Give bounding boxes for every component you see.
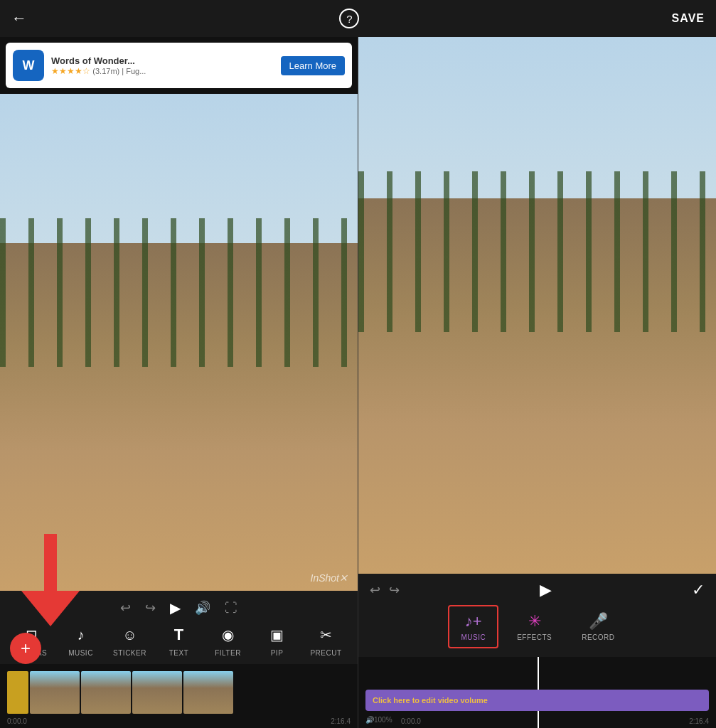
- text-icon: T: [168, 623, 191, 646]
- left-panel: W Words of Wonder... ★★★★☆ (3.17m) | Fug…: [0, 37, 358, 728]
- tools-row: ⊡ CANVAS ♪ MUSIC ☺ STICKER T TEXT: [0, 619, 358, 661]
- audio-tools-row: ♪+ MUSIC ✳ EFFECTS 🎤 RECORD: [358, 602, 716, 653]
- audio-tool-record[interactable]: 🎤 RECORD: [570, 606, 626, 647]
- undo-button[interactable]: ↩: [120, 600, 131, 616]
- timeline-right[interactable]: Click here to edit video volume 🔊100% 0:…: [358, 657, 716, 728]
- ad-icon: W: [13, 50, 44, 81]
- timeline-thumbnails: [7, 671, 233, 714]
- timeline-right-duration: 2:16.4: [689, 717, 709, 725]
- top-bar: ← ? SAVE: [0, 0, 716, 37]
- play-button-right[interactable]: ▶: [540, 581, 552, 599]
- fullscreen-button[interactable]: ⛶: [225, 601, 237, 616]
- watermark: InShot✕: [311, 572, 348, 584]
- audio-tool-music[interactable]: ♪+ MUSIC: [448, 605, 498, 648]
- redo-button[interactable]: ↪: [145, 600, 156, 616]
- effects-icon: ✳: [528, 612, 541, 631]
- text-label: TEXT: [169, 649, 189, 657]
- main-content: W Words of Wonder... ★★★★☆ (3.17m) | Fug…: [0, 37, 716, 728]
- thumb-yellow: [7, 671, 28, 714]
- ad-banner[interactable]: W Words of Wonder... ★★★★☆ (3.17m) | Fug…: [6, 43, 352, 88]
- thumb-4: [183, 671, 233, 714]
- playback-row-left: ↩ ↪ ▶ 🔊 ⛶: [0, 596, 358, 619]
- trees-right: [358, 171, 716, 333]
- left-video-preview: InShot✕: [0, 94, 358, 591]
- filter-icon: ◉: [217, 623, 240, 646]
- thumb-2: [81, 671, 131, 714]
- precut-label: PRECUT: [310, 649, 341, 657]
- precut-icon: ✂: [315, 623, 338, 646]
- thumb-1: [30, 671, 80, 714]
- pip-label: PIP: [271, 649, 284, 657]
- undo-button-right[interactable]: ↩: [370, 582, 380, 598]
- music-label: MUSIC: [68, 649, 93, 657]
- music-add-label: MUSIC: [461, 633, 486, 641]
- music-add-icon: ♪+: [465, 612, 482, 631]
- tool-sticker[interactable]: ☺ STICKER: [109, 623, 151, 657]
- right-video-preview: [358, 37, 716, 574]
- bottom-controls-left: ↩ ↪ ▶ 🔊 ⛶ ⊡ CANVAS ♪ MUSIC: [0, 591, 358, 664]
- play-button-left[interactable]: ▶: [170, 599, 181, 616]
- record-icon: 🎤: [589, 612, 608, 631]
- volume-icon[interactable]: 🔊: [195, 600, 210, 616]
- timeline-right-start: 0:00.0: [401, 717, 421, 725]
- tool-text[interactable]: T TEXT: [158, 623, 201, 657]
- tool-pip[interactable]: ▣ PIP: [256, 623, 299, 657]
- audio-tool-effects[interactable]: ✳ EFFECTS: [506, 606, 563, 647]
- back-button[interactable]: ←: [11, 9, 27, 28]
- click-to-edit-bar[interactable]: Click here to edit video volume: [365, 690, 709, 711]
- thumb-3: [132, 671, 182, 714]
- learn-more-button[interactable]: Learn More: [281, 56, 345, 75]
- effects-label: EFFECTS: [517, 633, 552, 641]
- ad-title: Words of Wonder...: [51, 55, 274, 66]
- pip-icon: ▣: [266, 623, 289, 646]
- bottom-controls-right: ↩ ↪ ▶ ✓ ♪+ MUSIC ✳ EFFECTS 🎤 RECORD: [358, 574, 716, 657]
- confirm-button[interactable]: ✓: [692, 581, 705, 599]
- help-button[interactable]: ?: [339, 9, 359, 28]
- redo-button-right[interactable]: ↪: [389, 582, 400, 598]
- timeline-duration: 2:16.4: [331, 717, 351, 725]
- ad-stars: ★★★★☆ (3.17m) | Fug...: [51, 66, 274, 76]
- click-to-edit-text: Click here to edit video volume: [373, 696, 488, 705]
- tool-filter[interactable]: ◉ FILTER: [207, 623, 250, 657]
- right-panel: ↩ ↪ ▶ ✓ ♪+ MUSIC ✳ EFFECTS 🎤 RECORD: [358, 37, 716, 728]
- timeline-start-time: 0:00.0: [7, 717, 27, 725]
- sticker-label: STICKER: [113, 649, 146, 657]
- tools-section: ⊡ CANVAS ♪ MUSIC ☺ STICKER T TEXT: [0, 619, 358, 661]
- save-button[interactable]: SAVE: [672, 12, 705, 25]
- add-button[interactable]: +: [10, 633, 41, 664]
- timeline-left-container: Select one track to edit. 0:00.0 2:16.4: [0, 664, 358, 728]
- right-landscape-scene: [358, 37, 716, 574]
- undo-redo-group: ↩ ↪: [370, 582, 400, 598]
- trees-left: [0, 218, 358, 368]
- left-landscape-scene: [0, 94, 358, 591]
- playback-row-right: ↩ ↪ ▶ ✓: [358, 578, 716, 602]
- ad-text: Words of Wonder... ★★★★☆ (3.17m) | Fug..…: [51, 55, 274, 76]
- filter-label: FILTER: [215, 649, 241, 657]
- volume-percent: 🔊100%: [365, 716, 392, 724]
- music-icon: ♪: [70, 623, 92, 646]
- sticker-icon: ☺: [119, 623, 141, 646]
- tool-music[interactable]: ♪ MUSIC: [60, 623, 102, 657]
- tool-precut[interactable]: ✂ PRECUT: [305, 623, 348, 657]
- timeline-left[interactable]: [0, 664, 358, 721]
- record-label: RECORD: [582, 633, 614, 641]
